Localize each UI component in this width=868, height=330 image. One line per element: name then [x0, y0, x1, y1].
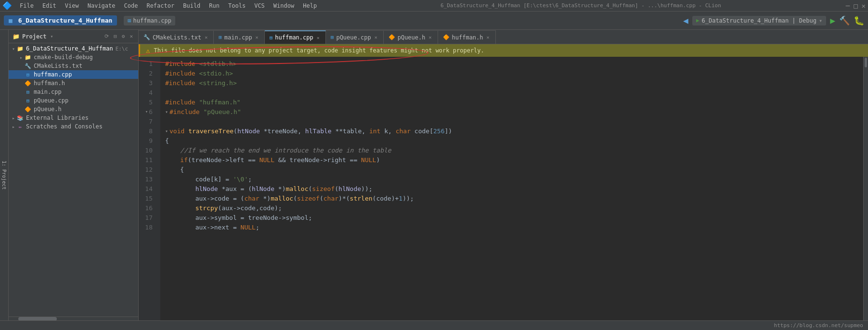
- nav-back-btn[interactable]: ◀: [683, 15, 688, 25]
- menu-tools[interactable]: Tools: [224, 1, 249, 10]
- debug-btn[interactable]: 🐛: [854, 15, 864, 25]
- menu-file[interactable]: File: [16, 1, 38, 10]
- tree-main-cpp[interactable]: ⊞ main.cpp: [9, 88, 138, 96]
- editor-area: 🔧 CMakeLists.txt ✕ ⊞ main.cpp ✕ ⊞ huffma…: [139, 30, 868, 320]
- tree-external-libs[interactable]: ▸ 📚 External Libraries: [9, 114, 138, 122]
- code-line-15: aux->code = (char *)malloc(sizeof(char)*…: [165, 194, 863, 203]
- code-content[interactable]: #include <stdlib.h> #include <stdio.h> #…: [160, 57, 863, 320]
- menu-code[interactable]: Code: [120, 1, 142, 10]
- menu-window[interactable]: Window: [270, 1, 298, 10]
- status-url: https://blog.csdn.net/supmeo: [774, 322, 863, 329]
- tab-pqueue-h-close[interactable]: ✕: [428, 34, 432, 40]
- ln-8: 8: [139, 127, 156, 136]
- menu-refactor[interactable]: Refactor: [143, 1, 178, 10]
- tab-main-cpp[interactable]: ⊞ main.cpp ✕: [214, 30, 264, 44]
- menu-navigate[interactable]: Navigate: [84, 1, 119, 10]
- toolbar-file-tab[interactable]: ⊞ huffman.cpp: [124, 16, 175, 25]
- project-icon: ■: [9, 17, 13, 24]
- sidebar-scrollbar-thumb: [18, 317, 57, 320]
- tab-cmake-icon: 🔧: [143, 34, 150, 40]
- ln-10: 10: [139, 146, 156, 155]
- tab-huffman-icon: ⊞: [270, 35, 273, 41]
- main-cpp-icon: ⊞: [24, 89, 32, 95]
- tab-huffman-close[interactable]: ✕: [316, 35, 321, 41]
- code-line-5: #include "huffman.h": [165, 98, 863, 107]
- code-line-7: [165, 117, 863, 127]
- run-config[interactable]: ▶ 6_DataStructure_4_Huffman | Debug ▾: [692, 16, 826, 25]
- code-editor[interactable]: 1 2 3 4 5 ▾6 7 8 9 10 11 12 13 14 15 16: [139, 57, 868, 320]
- toolbar-left: ■ 6_DataStructure_4_Huffman ⊞ huffman.cp…: [4, 15, 175, 25]
- huffman-h-icon: 🔶: [24, 80, 32, 87]
- tree-pqueue-cpp[interactable]: ⊞ pQueue.cpp: [9, 96, 138, 105]
- editor-tabs: 🔧 CMakeLists.txt ✕ ⊞ main.cpp ✕ ⊞ huffma…: [139, 30, 868, 44]
- hide-btn[interactable]: ✕: [128, 33, 134, 40]
- minimize-btn[interactable]: ─: [846, 2, 850, 10]
- menu-vcs[interactable]: VCS: [250, 1, 269, 10]
- cmakelists-icon: 🔧: [24, 63, 32, 69]
- top-toolbar: ■ 6_DataStructure_4_Huffman ⊞ huffman.cp…: [0, 12, 868, 30]
- tree-root[interactable]: ▾ 📁 6_DataStructure_4_Huffman E:\c: [9, 44, 138, 53]
- code-line-6: ▾#include "pQueue.h": [165, 107, 863, 117]
- menu-edit[interactable]: Edit: [39, 1, 60, 10]
- code-line-9: {: [165, 136, 863, 146]
- warning-banner: ⚠ This file does not belong to any proje…: [139, 44, 868, 57]
- menu-help[interactable]: Help: [299, 1, 321, 10]
- collapse-btn[interactable]: ⊟: [112, 33, 118, 40]
- code-line-10: //If we reach the end we introduce the c…: [165, 146, 863, 155]
- cmake-build-chevron: ▸: [18, 55, 24, 60]
- cpp-icon: ⊞: [128, 17, 131, 24]
- tab-huffman-h-close[interactable]: ✕: [486, 34, 491, 40]
- ln-12: 12: [139, 165, 156, 175]
- run-btn[interactable]: ▶: [830, 15, 835, 25]
- close-btn[interactable]: ✕: [862, 2, 866, 10]
- tab-pqueue-h[interactable]: 🔶 pQueue.h ✕: [384, 30, 438, 44]
- pqueue-cpp-icon: ⊞: [24, 97, 32, 104]
- sidebar-actions: ⟳ ⊟ ⚙ ✕: [103, 33, 134, 40]
- menu-run[interactable]: Run: [205, 1, 223, 10]
- sidebar-dropdown-icon[interactable]: ▾: [51, 34, 53, 39]
- menu-view[interactable]: View: [61, 1, 83, 10]
- project-vertical-tab[interactable]: 1: Project: [0, 30, 9, 320]
- tab-huffman-cpp[interactable]: ⊞ huffman.cpp ✕: [265, 30, 326, 44]
- ln-17: 17: [139, 213, 156, 223]
- ln-15: 15: [139, 194, 156, 203]
- project-name-tab[interactable]: ■ 6_DataStructure_4_Huffman: [4, 15, 117, 25]
- code-line-3: #include <string.h>: [165, 78, 863, 88]
- root-chevron: ▾: [11, 46, 16, 51]
- sidebar-scrollbar[interactable]: [9, 317, 138, 320]
- code-line-12: {: [165, 165, 863, 175]
- line-numbers: 1 2 3 4 5 ▾6 7 8 9 10 11 12 13 14 15 16: [139, 57, 160, 320]
- warning-icon: ⚠: [146, 47, 150, 54]
- tree-cmakelists[interactable]: 🔧 CMakeLists.txt: [9, 62, 138, 70]
- root-path: E:\c: [116, 46, 129, 52]
- sidebar-header: 📁 Project ▾ ⟳ ⊟ ⚙ ✕: [9, 30, 138, 43]
- build-btn[interactable]: 🔨: [839, 15, 850, 25]
- tab-pqueue-cpp-close[interactable]: ✕: [374, 34, 378, 40]
- sync-btn[interactable]: ⟳: [103, 33, 110, 40]
- editor-scrollbar[interactable]: [863, 57, 868, 320]
- app-icon: 🔷: [2, 1, 12, 10]
- main-layout: 1: Project 📁 Project ▾ ⟳ ⊟ ⚙ ✕: [0, 30, 868, 320]
- code-line-2: #include <stdio.h>: [165, 69, 863, 78]
- tree-cmake-build[interactable]: ▸ 📁 cmake-build-debug: [9, 53, 138, 62]
- menu-build[interactable]: Build: [179, 1, 204, 10]
- tree-pqueue-h[interactable]: 🔶 pQueue.h: [9, 105, 138, 114]
- cmake-build-label: cmake-build-debug: [34, 54, 93, 61]
- tab-huffman-h[interactable]: 🔶 huffman.h ✕: [438, 30, 496, 44]
- ln-9: 9: [139, 136, 156, 146]
- code-line-14: hlNode *aux = (hlNode *)malloc(sizeof(hl…: [165, 184, 863, 194]
- tab-cmakelists[interactable]: 🔧 CMakeLists.txt ✕: [139, 30, 214, 44]
- tab-pqueue-cpp[interactable]: ⊞ pQueue.cpp ✕: [326, 30, 384, 44]
- scratches-icon: ✏: [16, 123, 24, 130]
- ln-7: 7: [139, 117, 156, 127]
- tab-main-close[interactable]: ✕: [255, 34, 259, 40]
- tree-huffman-cpp[interactable]: ⊞ huffman.cpp: [9, 70, 138, 79]
- tab-cmake-close[interactable]: ✕: [204, 34, 208, 40]
- tree-scratches[interactable]: ▸ ✏ Scratches and Consoles: [9, 122, 138, 131]
- tree-huffman-h[interactable]: 🔶 huffman.h: [9, 79, 138, 88]
- code-line-16: strcpy(aux->code,code);: [165, 203, 863, 213]
- pqueue-h-chevron: [18, 107, 24, 112]
- settings-icon[interactable]: ⚙: [120, 33, 127, 40]
- maximize-btn[interactable]: □: [854, 2, 857, 10]
- run-config-dropdown[interactable]: ▾: [819, 17, 822, 24]
